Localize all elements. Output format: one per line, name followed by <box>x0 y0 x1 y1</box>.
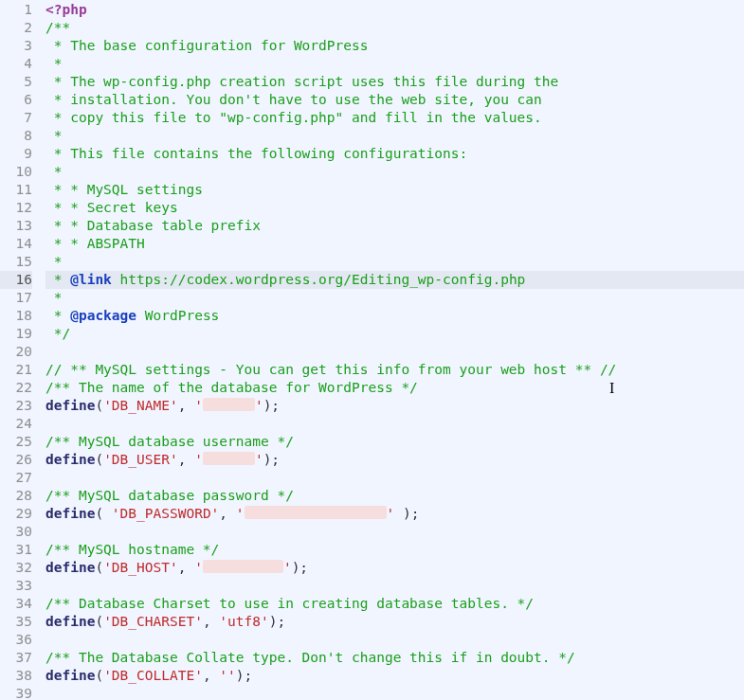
code-line[interactable]: * * MySQL settings <box>45 181 744 199</box>
token-string: ' <box>255 398 263 413</box>
code-line[interactable] <box>45 685 744 700</box>
token-docblock: */ <box>45 326 70 341</box>
code-line[interactable]: define('DB_HOST', ''); <box>45 559 744 577</box>
code-line[interactable]: define('DB_CHARSET', 'utf8'); <box>45 613 744 631</box>
token-string: ' <box>387 506 395 521</box>
code-line[interactable]: <?php <box>45 1 744 19</box>
line-number: 22 <box>0 379 32 397</box>
token-func: define <box>45 398 95 413</box>
token-string: ' <box>194 452 203 467</box>
line-number: 31 <box>0 541 32 559</box>
line-number: 13 <box>0 217 32 235</box>
token-docblock: * * Secret keys <box>45 200 178 215</box>
token-string: ' <box>255 452 263 467</box>
redacted-value <box>245 506 387 519</box>
code-line[interactable]: define('DB_NAME', ''); <box>45 397 744 415</box>
code-line[interactable] <box>45 577 744 595</box>
token-func: define <box>45 614 95 629</box>
code-line[interactable]: /** MySQL database username */ <box>45 433 744 451</box>
code-line[interactable]: * The base configuration for WordPress <box>45 37 744 55</box>
token-string: 'DB_USER' <box>103 452 178 467</box>
token-comment: /** The name of the database for WordPre… <box>45 380 418 395</box>
code-line[interactable]: * <box>45 253 744 271</box>
token-string: '' <box>219 668 235 683</box>
token-string: 'utf8' <box>219 614 268 629</box>
token-comment: /** The Database Collate type. Don't cha… <box>45 650 575 665</box>
code-line[interactable]: * The wp-config.php creation script uses… <box>45 73 744 91</box>
token-punct: ); <box>269 614 285 629</box>
code-line[interactable]: * <box>45 289 744 307</box>
token-docblock: WordPress <box>136 308 219 323</box>
token-punct: , <box>178 398 194 413</box>
line-number: 5 <box>0 73 32 91</box>
token-func: define <box>45 452 95 467</box>
code-line[interactable]: define( 'DB_PASSWORD', '' ); <box>45 505 744 523</box>
token-docblock: * <box>45 128 62 143</box>
token-docblock: * This file contains the following confi… <box>45 146 467 161</box>
code-line[interactable] <box>45 415 744 433</box>
line-number: 24 <box>0 415 32 433</box>
token-doctag: @link <box>70 272 112 287</box>
code-line[interactable] <box>45 343 744 361</box>
line-number: 18 <box>0 307 32 325</box>
token-docblock: * * MySQL settings <box>45 182 203 197</box>
token-punct: ( <box>95 506 111 521</box>
code-line[interactable] <box>45 523 744 541</box>
code-line[interactable]: /** MySQL hostname */ <box>45 541 744 559</box>
token-string: ' <box>194 398 203 413</box>
token-docblock: * installation. You don't have to use th… <box>45 92 542 107</box>
code-line[interactable] <box>45 469 744 487</box>
token-func: define <box>45 506 95 521</box>
token-comment: /** MySQL database username */ <box>45 434 294 449</box>
redacted-value <box>203 452 255 465</box>
code-line[interactable]: * * Secret keys <box>45 199 744 217</box>
token-punct: ( <box>95 452 103 467</box>
code-line[interactable]: * <box>45 127 744 145</box>
token-comment: /** Database Charset to use in creating … <box>45 596 534 611</box>
code-line[interactable]: * @link https://codex.wordpress.org/Edit… <box>45 271 744 289</box>
token-string: 'DB_NAME' <box>103 398 178 413</box>
line-number: 9 <box>0 145 32 163</box>
code-line[interactable]: /** The Database Collate type. Don't cha… <box>45 649 744 667</box>
code-line[interactable]: * * ABSPATH <box>45 235 744 253</box>
line-number-gutter: 1234567891011121314151617181920212223242… <box>0 0 38 700</box>
token-string: 'DB_CHARSET' <box>103 614 203 629</box>
code-line[interactable]: * * Database table prefix <box>45 217 744 235</box>
token-punct: ( <box>95 668 103 683</box>
line-number: 33 <box>0 577 32 595</box>
code-line[interactable]: * @package WordPress <box>45 307 744 325</box>
code-line[interactable]: define('DB_COLLATE', ''); <box>45 667 744 685</box>
code-line[interactable]: // ** MySQL settings - You can get this … <box>45 361 744 379</box>
token-string: ' <box>236 506 245 521</box>
line-number: 17 <box>0 289 32 307</box>
line-number: 3 <box>0 37 32 55</box>
token-string: 'DB_HOST' <box>103 560 178 575</box>
line-number: 12 <box>0 199 32 217</box>
redacted-value <box>203 560 283 573</box>
code-line[interactable]: define('DB_USER', ''); <box>45 451 744 469</box>
code-line[interactable] <box>45 631 744 649</box>
line-number: 2 <box>0 19 32 37</box>
code-line[interactable]: /** Database Charset to use in creating … <box>45 595 744 613</box>
code-line[interactable]: /** <box>45 19 744 37</box>
line-number: 23 <box>0 397 32 415</box>
token-func: define <box>45 560 95 575</box>
code-line[interactable]: * installation. You don't have to use th… <box>45 91 744 109</box>
line-number: 8 <box>0 127 32 145</box>
code-editor[interactable]: 1234567891011121314151617181920212223242… <box>0 0 744 700</box>
token-punct: ); <box>236 668 252 683</box>
token-docblock: * <box>45 56 62 71</box>
code-area[interactable]: <?php/** * The base configuration for Wo… <box>38 0 744 700</box>
code-line[interactable]: /** MySQL database password */ <box>45 487 744 505</box>
code-line[interactable]: * copy this file to "wp-config.php" and … <box>45 109 744 127</box>
token-docblock: * * ABSPATH <box>45 236 145 251</box>
code-line[interactable]: * <box>45 55 744 73</box>
token-comment: // ** MySQL settings - You can get this … <box>45 362 616 377</box>
line-number: 35 <box>0 613 32 631</box>
code-line[interactable]: * This file contains the following confi… <box>45 145 744 163</box>
code-line[interactable]: */ <box>45 325 744 343</box>
redacted-value <box>203 398 255 411</box>
code-line[interactable]: /** The name of the database for WordPre… <box>45 379 744 397</box>
code-line[interactable]: * <box>45 163 744 181</box>
token-punct: , <box>203 668 219 683</box>
